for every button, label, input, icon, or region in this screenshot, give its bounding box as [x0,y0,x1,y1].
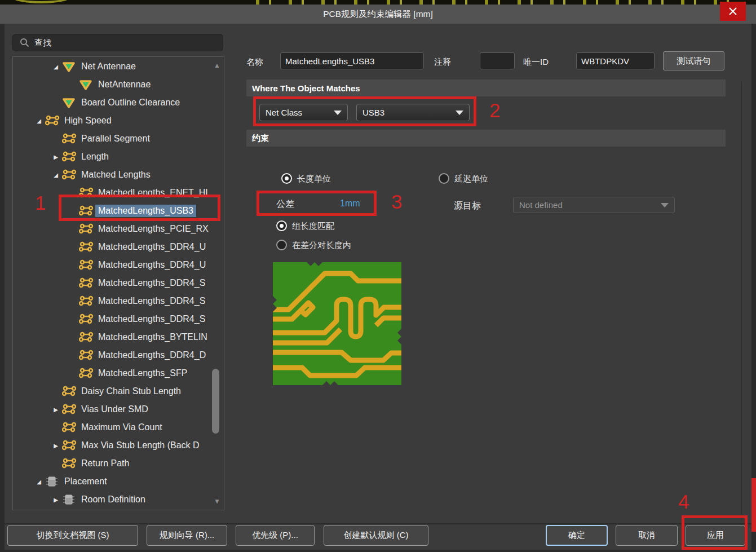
dumbbell-icon [62,439,78,452]
create-default-rules-button[interactable]: 创建默认规则 (C) [324,525,428,546]
rule-preview-image [273,262,401,385]
name-input[interactable] [280,52,424,69]
dumbbell-icon [62,151,78,163]
tree-scroll-down-icon[interactable]: ▼ [214,497,220,505]
tree-item-label: MatchedLengths_DDR4_S [95,313,208,325]
tree-expander-icon[interactable]: ▶ [50,443,62,449]
tree-item-label: Room Definition [78,493,148,506]
tree-row[interactable]: ◢ High Speed [13,112,214,130]
search-input[interactable] [34,38,204,47]
tree-scrollbar-thumb[interactable] [212,369,219,434]
tree-item-label: Parallel Segment [78,133,153,145]
priorities-button[interactable]: 优先级 (P)... [236,525,315,546]
tree-item-label: MatchedLengths_DDR4_S [95,277,208,289]
antennae-icon [79,78,95,91]
tree-row[interactable]: MatchedLengths_DDR4_U [13,256,214,274]
switch-doc-view-button[interactable]: 切换到文档视图 (S) [7,525,138,546]
tree-expander-icon[interactable]: ▶ [50,497,62,503]
tree-item-label: MatchedLengths_ENET_HI [95,187,211,199]
within-diffpair-label: 在差分对长度内 [292,240,351,251]
where-matches-header: Where The Object Matches [246,80,726,96]
dumbbell-icon [79,223,95,235]
tree-scroll-up-icon[interactable]: ▲ [214,61,220,69]
dumbbell-icon [62,385,78,398]
dumbbell-icon [79,295,95,307]
tree-row[interactable]: ▶ Max Via Stub Length (Back D [13,436,214,454]
tree-expander-icon[interactable]: ▶ [50,407,62,413]
unique-id-input[interactable] [576,52,655,69]
within-diffpair-radio[interactable] [276,240,287,250]
dumbbell-icon [79,367,95,379]
tree-row[interactable]: Maximum Via Count [13,418,214,436]
apply-button[interactable]: 应用 [686,525,745,546]
tree-row[interactable]: NetAntennae [13,76,214,94]
tree-row[interactable]: Return Path [13,454,214,472]
tree-row[interactable]: MatchedLengths_SFP [13,364,214,382]
dumbbell-icon [62,403,78,416]
tolerance-value[interactable]: 1mm [340,198,360,209]
tree-row[interactable]: ◢ Net Antennae [13,58,214,76]
dumbbell-icon [79,241,95,253]
tree-item-label: MatchedLengths_DDR4_D [95,349,209,361]
scope-type-dropdown[interactable]: Net Class [259,104,348,121]
dialog-title: PCB规则及约束编辑器 [mm] [323,8,433,20]
search-box [12,34,223,51]
chip-icon [62,493,78,506]
unique-id-label: 唯一ID [523,57,549,68]
delay-unit-radio[interactable] [439,173,449,184]
tree-row[interactable]: ◢ Placement [13,472,214,491]
background-pcb-editor [0,0,756,5]
rule-wizard-button[interactable]: 规则向导 (R)... [147,525,227,546]
right-panel-scroll-track [741,82,742,520]
tree-row[interactable]: MatchedLengths_USB3 [13,202,214,220]
scope-class-dropdown[interactable]: USB3 [356,104,470,121]
chevron-down-icon [661,203,669,207]
tree-row[interactable]: MatchedLengths_PCIE_RX [13,220,214,238]
ok-button[interactable]: 确定 [546,525,608,546]
tree-row[interactable]: ◢ Matched Lengths [13,166,214,184]
tree-expander-icon[interactable]: ◢ [33,118,45,124]
tree-item-label: Return Path [78,457,132,470]
background-silkscreen-arc [10,0,72,3]
tree-expander-icon[interactable]: ◢ [33,479,45,485]
tree-row[interactable]: Daisy Chain Stub Length [13,382,214,400]
tree-row[interactable]: ▶ Length [13,148,214,166]
group-match-label: 组长度匹配 [292,221,334,232]
tree-item-label: Length [78,151,112,163]
search-icon [20,38,29,47]
tree-row[interactable]: Board Outline Clearance [13,94,214,112]
tree-row[interactable]: MatchedLengths_BYTELIN [13,328,214,346]
tree-item-label: MatchedLengths_SFP [95,367,190,379]
dumbbell-icon [79,205,95,217]
tree-expander-icon[interactable]: ◢ [50,64,62,70]
dumbbell-icon [79,313,95,325]
comment-input[interactable] [480,52,515,69]
delay-unit-label: 延迟单位 [454,174,488,184]
tree-expander-icon[interactable]: ◢ [50,172,62,178]
tree-item-label: MatchedLengths_DDR4_U [95,259,209,271]
close-button[interactable] [720,2,746,21]
tree-item-label: Placement [61,475,110,488]
group-match-radio[interactable] [276,220,287,231]
tree-expander-icon[interactable]: ▶ [50,154,62,160]
tree-row[interactable]: MatchedLengths_DDR4_S [13,292,214,310]
dumbbell-icon [62,169,78,181]
length-unit-radio[interactable] [281,173,292,184]
pcb-rules-dialog: PCB规则及约束编辑器 [mm] ◢ Net Antennae NetAnten… [0,0,756,552]
tree-row[interactable]: MatchedLengths_DDR4_D [13,346,214,364]
tree-row[interactable]: MatchedLengths_ENET_HI [13,184,214,202]
test-query-button[interactable]: 测试语句 [663,51,724,70]
source-target-dropdown: Not defined [513,197,675,213]
tree-item-label: MatchedLengths_DDR4_U [95,241,209,253]
tree-row[interactable]: ▶ Vias Under SMD [13,400,214,418]
chevron-down-icon [334,111,342,115]
tree-row[interactable]: MatchedLengths_DDR4_S [13,310,214,328]
cancel-button[interactable]: 取消 [616,525,678,546]
tree-row[interactable]: MatchedLengths_DDR4_S [13,274,214,292]
tree-item-label: Board Outline Clearance [78,96,183,109]
tree-row[interactable]: ▶ Room Definition [13,491,214,509]
dumbbell-icon [62,421,78,434]
tree-row[interactable]: Parallel Segment [13,130,214,148]
background-silkscreen-text [248,0,744,5]
tree-row[interactable]: MatchedLengths_DDR4_U [13,238,214,256]
